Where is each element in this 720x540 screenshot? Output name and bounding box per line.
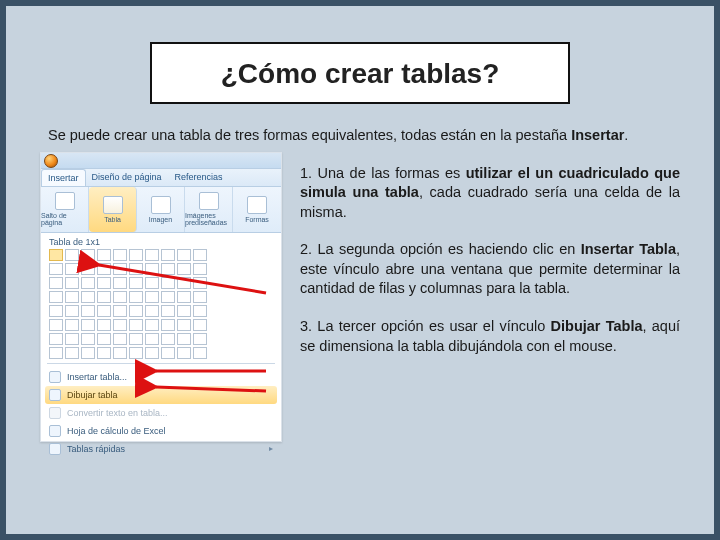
image-icon bbox=[151, 196, 171, 214]
grid-cell bbox=[161, 249, 175, 261]
ribbon-group-clipart: Imágenes prediseñadas bbox=[185, 187, 233, 232]
intro-bold: Insertar bbox=[571, 127, 624, 143]
grid-cell bbox=[81, 291, 95, 303]
grid-cell bbox=[193, 291, 207, 303]
grid-cell bbox=[129, 319, 143, 331]
opt2-lead: 2. La segunda opción es haciendo clic en bbox=[300, 241, 581, 257]
menu-label: Tablas rápidas bbox=[67, 444, 125, 454]
table-icon bbox=[103, 196, 123, 214]
quick-tables-icon bbox=[49, 443, 61, 455]
grid-cell bbox=[81, 305, 95, 317]
grid-cell bbox=[193, 347, 207, 359]
ribbon-label: Imágenes prediseñadas bbox=[185, 212, 232, 226]
grid-cell bbox=[97, 333, 111, 345]
grid-cell bbox=[65, 333, 79, 345]
grid-cell bbox=[97, 305, 111, 317]
grid-cell bbox=[129, 277, 143, 289]
option-2: 2. La segunda opción es haciendo clic en… bbox=[300, 240, 680, 299]
grid-cell bbox=[97, 319, 111, 331]
office-orb-icon bbox=[44, 154, 58, 168]
menu-label: Convertir texto en tabla... bbox=[67, 408, 168, 418]
grid-cell bbox=[65, 277, 79, 289]
grid-cell bbox=[97, 291, 111, 303]
opt3-lead: 3. La tercer opción es usar el vínculo bbox=[300, 318, 551, 334]
grid-cell bbox=[145, 347, 159, 359]
opt1-lead: 1. Una de las formas es bbox=[300, 165, 466, 181]
grid-cell bbox=[193, 249, 207, 261]
grid-cell bbox=[97, 249, 111, 261]
intro-text: Se puede crear una tabla de tres formas … bbox=[48, 126, 672, 146]
grid-cell bbox=[161, 319, 175, 331]
grid-cell bbox=[97, 347, 111, 359]
ribbon-group-imagen: Imagen bbox=[137, 187, 185, 232]
ribbon: Salto de página Tabla Imagen Imágenes pr… bbox=[41, 187, 281, 233]
grid-cell bbox=[113, 347, 127, 359]
grid-cell bbox=[81, 319, 95, 331]
grid-cell bbox=[129, 263, 143, 275]
grid-cell bbox=[193, 305, 207, 317]
grid-cell bbox=[65, 305, 79, 317]
menu-label: Dibujar tabla bbox=[67, 390, 118, 400]
title-box: ¿Cómo crear tablas? bbox=[150, 42, 570, 104]
menu-item-tablas-rapidas: Tablas rápidas▸ bbox=[45, 440, 277, 458]
menu-item-convertir-texto: Convertir texto en tabla... bbox=[45, 404, 277, 422]
grid-cell bbox=[145, 319, 159, 331]
ribbon-label: Formas bbox=[245, 216, 269, 223]
grid-cell bbox=[161, 277, 175, 289]
excel-icon bbox=[49, 425, 61, 437]
grid-cell bbox=[129, 333, 143, 345]
grid-cell bbox=[161, 333, 175, 345]
table-menu: Insertar tabla... Dibujar tabla Converti… bbox=[41, 368, 281, 458]
grid-cell bbox=[145, 277, 159, 289]
grid-cell bbox=[177, 333, 191, 345]
grid-cell bbox=[81, 277, 95, 289]
menu-label: Hoja de cálculo de Excel bbox=[67, 426, 166, 436]
grid-cell bbox=[177, 291, 191, 303]
menu-item-insertar-tabla: Insertar tabla... bbox=[45, 368, 277, 386]
grid-cell bbox=[129, 291, 143, 303]
grid-cell bbox=[145, 291, 159, 303]
ribbon-label: Tabla bbox=[104, 216, 121, 223]
option-3: 3. La tercer opción es usar el vínculo D… bbox=[300, 317, 680, 356]
grid-cell bbox=[49, 291, 63, 303]
grid-cell bbox=[177, 277, 191, 289]
ribbon-group-salto: Salto de página bbox=[41, 187, 89, 232]
grid-cell bbox=[161, 347, 175, 359]
grid-cell bbox=[161, 305, 175, 317]
word-screenshot: Insertar Diseño de página Referencias Sa… bbox=[40, 152, 282, 442]
grid-cell bbox=[129, 249, 143, 261]
option-1: 1. Una de las formas es utilizar el un c… bbox=[300, 164, 680, 223]
grid-cell bbox=[177, 263, 191, 275]
grid-cell bbox=[97, 277, 111, 289]
slide-title: ¿Cómo crear tablas? bbox=[162, 58, 558, 90]
menu-item-dibujar-tabla: Dibujar tabla bbox=[45, 386, 277, 404]
grid-cell bbox=[49, 333, 63, 345]
grid-cell bbox=[193, 277, 207, 289]
grid-cell bbox=[49, 249, 63, 261]
grid-cell bbox=[49, 263, 63, 275]
grid-cell bbox=[161, 291, 175, 303]
grid-cell bbox=[81, 263, 95, 275]
opt3-bold: Dibujar Tabla bbox=[551, 318, 643, 334]
grid-cell bbox=[193, 319, 207, 331]
grid-cell bbox=[161, 263, 175, 275]
tab-referencias: Referencias bbox=[169, 169, 230, 186]
grid-cell bbox=[65, 347, 79, 359]
intro-part2: . bbox=[624, 127, 628, 143]
grid-cell bbox=[177, 249, 191, 261]
grid-cell bbox=[113, 249, 127, 261]
grid-cell bbox=[81, 347, 95, 359]
opt2-bold: Insertar Tabla bbox=[581, 241, 676, 257]
grid-cell bbox=[65, 319, 79, 331]
grid-cell bbox=[49, 277, 63, 289]
grid-cell bbox=[193, 263, 207, 275]
insert-table-icon bbox=[49, 371, 61, 383]
grid-cell bbox=[193, 333, 207, 345]
grid-cell bbox=[113, 291, 127, 303]
ribbon-group-tabla: Tabla bbox=[89, 187, 137, 232]
options-column: 1. Una de las formas es utilizar el un c… bbox=[300, 152, 680, 442]
grid-cell bbox=[145, 249, 159, 261]
tab-insertar: Insertar bbox=[41, 169, 86, 186]
menu-separator bbox=[47, 363, 275, 364]
grid-cell bbox=[145, 305, 159, 317]
